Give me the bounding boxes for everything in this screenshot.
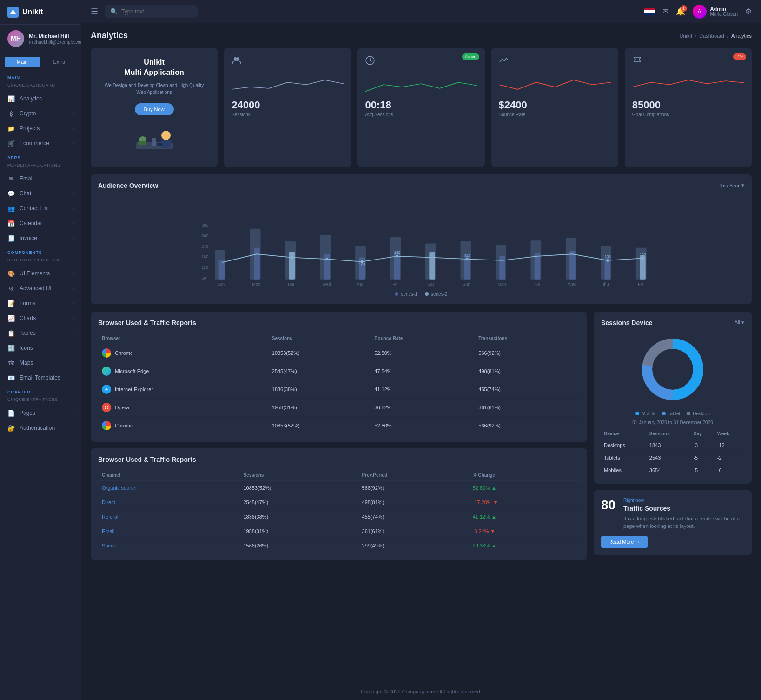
breadcrumb-unikit[interactable]: Unikit: [680, 33, 693, 39]
table-row: Microsoft Edge 2545(47%) 47.54% 498(81%): [98, 362, 580, 380]
sidebar-item-label: Authentication: [20, 425, 55, 431]
buy-now-button[interactable]: Buy Now: [135, 103, 174, 115]
chevron-icon: ›: [73, 111, 74, 116]
section-label-apps: APPS: [0, 151, 81, 162]
table-row: Direct 2545(47%) 498(81%) -17.20% ▼: [98, 495, 580, 509]
donut-filter[interactable]: All ▾: [735, 320, 744, 326]
audience-chart-title: Audience Overview: [98, 182, 158, 189]
sidebar-item-label: Invoice: [20, 235, 37, 241]
read-more-button[interactable]: Read More →: [601, 536, 648, 548]
svg-rect-42: [429, 252, 435, 280]
svg-text:Wed: Wed: [322, 282, 331, 287]
sidebar-item-email-templates[interactable]: 📧 Email Templates ›: [0, 370, 81, 385]
sidebar-item-maps[interactable]: 🗺 Maps ›: [0, 355, 81, 370]
page-title: Analytics: [91, 31, 128, 40]
donut-title: Sessions Device: [601, 319, 653, 327]
sidebar-tab-group: Main Extra: [0, 53, 81, 71]
svg-text:thu: thu: [603, 282, 609, 287]
col-sessions: Sessions: [268, 333, 371, 344]
svg-text:103: 103: [359, 263, 365, 267]
admin-profile[interactable]: A Admin Maria Gibson: [693, 5, 738, 19]
admin-avatar: A: [693, 5, 707, 19]
sidebar-item-projects[interactable]: 📁 Projects ›: [0, 121, 81, 136]
chevron-icon: ›: [73, 271, 74, 276]
section-sub-main: UNIQUE DASHBOARD: [0, 82, 81, 91]
sidebar-tab-main[interactable]: Main: [5, 57, 40, 67]
active-badge: Active: [462, 53, 479, 60]
audience-bar-chart: 60 120 180 240 300 360: [98, 195, 744, 288]
stat-card-goals: -2% 85000 Goal Completions: [625, 48, 752, 167]
sidebar-item-contact-list[interactable]: 👥 Contact List ›: [0, 201, 81, 216]
search-input[interactable]: [121, 8, 192, 15]
traffic-title: Traffic Sources: [623, 505, 744, 512]
sessions-label: Sessions: [232, 112, 344, 117]
goals-label: Goal Completions: [632, 112, 744, 117]
chevron-icon: ›: [73, 191, 74, 196]
sidebar-item-label: Advanced UI: [20, 285, 52, 292]
svg-text:Fri: Fri: [392, 282, 397, 287]
topbar: ☰ 🔍 ✉ 🔔 1 A Admin Maria Gibson ⚙: [81, 0, 761, 23]
sidebar-item-analytics[interactable]: 📊 Analytics ›: [0, 91, 81, 106]
sidebar-item-tables[interactable]: 📋 Tables ›: [0, 326, 81, 340]
sidebar-tab-extra[interactable]: Extra: [42, 57, 77, 67]
col-prev: Prev.Period: [358, 470, 469, 481]
svg-rect-5: [152, 138, 156, 146]
promo-card: UnikitMulti Application We Design and De…: [91, 48, 218, 167]
hamburger-icon[interactable]: ☰: [91, 7, 98, 17]
sidebar-item-forms[interactable]: 📝 Forms ›: [0, 296, 81, 311]
page-footer: Copyright © 2022.Company name All rights…: [81, 683, 761, 700]
sidebar-item-email[interactable]: ✉ Email ›: [0, 171, 81, 186]
svg-rect-4: [157, 143, 162, 146]
sidebar-item-chat[interactable]: 💬 Chat ›: [0, 186, 81, 201]
mail-icon[interactable]: ✉: [662, 7, 668, 16]
chart-filter[interactable]: This Year ▾: [718, 182, 744, 188]
notification-icon[interactable]: 🔔 1: [676, 7, 685, 16]
breadcrumb: Unikit / Dashboard / Analytics: [680, 33, 752, 39]
svg-point-58: [606, 259, 609, 261]
sidebar-item-invoice[interactable]: 🧾 Invoice ›: [0, 231, 81, 246]
avg-sessions-icon: [365, 55, 477, 68]
col-bounce: Bounce Rate: [371, 333, 475, 344]
svg-text:Sat: Sat: [428, 282, 434, 287]
flag-icon[interactable]: [644, 8, 655, 15]
chevron-icon: ›: [73, 286, 74, 291]
notification-badge: 1: [681, 5, 687, 12]
chevron-icon: ›: [73, 331, 74, 336]
browser-table-card: Browser Used & Traffic Reports Browser S…: [91, 312, 587, 442]
svg-text:122: 122: [640, 253, 646, 257]
auth-icon: 🔐: [7, 424, 15, 432]
breadcrumb-dashboard[interactable]: Dashboard: [699, 33, 724, 39]
breadcrumb-analytics: Analytics: [731, 33, 752, 39]
svg-text:300: 300: [201, 233, 208, 238]
svg-text:Mon: Mon: [252, 282, 260, 287]
svg-point-9: [237, 57, 239, 60]
settings-icon[interactable]: ⚙: [745, 7, 752, 16]
svg-rect-46: [569, 251, 576, 280]
sessions-icon: [232, 55, 344, 68]
svg-rect-45: [535, 253, 541, 279]
chevron-icon: ›: [73, 236, 74, 241]
table-row: OOpera 1958(31%) 36.82% 361(61%): [98, 398, 580, 416]
sidebar-item-calendar[interactable]: 📅 Calendar ›: [0, 216, 81, 231]
sidebar-item-pages[interactable]: 📄 Pages ›: [0, 406, 81, 420]
svg-text:240: 240: [201, 244, 208, 248]
maps-icon: 🗺: [7, 359, 15, 367]
traffic-score: 80: [601, 498, 618, 530]
sidebar-item-advanced-ui[interactable]: ⚙ Advanced UI ›: [0, 281, 81, 296]
chevron-icon: ›: [73, 346, 74, 351]
section-label-main: MAIN: [0, 71, 81, 82]
sidebar-item-ui-elements[interactable]: 🎨 UI Elements ›: [0, 266, 81, 281]
chevron-icon: ›: [73, 141, 74, 146]
audience-chart-section: Audience Overview This Year ▾ 60 120 180…: [91, 174, 752, 304]
col-sessions2: Sessions: [239, 470, 358, 481]
sidebar-item-ecommerce[interactable]: 🛒 Ecommerce ›: [0, 136, 81, 151]
svg-point-51: [326, 258, 328, 260]
sidebar-item-label: Chat: [20, 190, 31, 197]
table-row: Mobiles 3654 -5 -6: [601, 464, 744, 476]
table-row: Organic search 10853(52%) 566(92%) 52.80…: [98, 480, 580, 495]
sidebar-item-icons[interactable]: 🔣 Icons ›: [0, 340, 81, 355]
sidebar-item-crypto[interactable]: ₿ Crypto ›: [0, 106, 81, 121]
sidebar-item-charts[interactable]: 📈 Charts ›: [0, 311, 81, 326]
svg-text:Tue: Tue: [533, 282, 540, 287]
sidebar-item-authentication[interactable]: 🔐 Authentication ›: [0, 420, 81, 435]
